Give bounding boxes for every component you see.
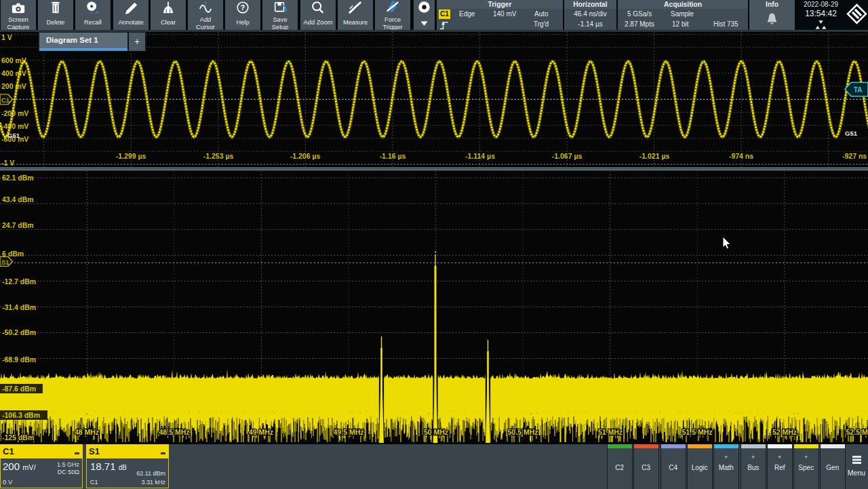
svg-text:-1.16 µs: -1.16 µs xyxy=(380,152,406,160)
svg-text:6 dBm: 6 dBm xyxy=(2,250,24,258)
svg-text:TA: TA xyxy=(854,86,863,94)
svg-text:-1.299 µs: -1.299 µs xyxy=(116,152,146,160)
svg-text:50.5 MHz: 50.5 MHz xyxy=(508,428,538,436)
svg-text:-1.114 µs: -1.114 µs xyxy=(465,152,495,160)
svg-text:G51: G51 xyxy=(7,132,20,139)
svg-text:24.7 dBm: 24.7 dBm xyxy=(2,221,34,229)
svg-text:51.5 MHz: 51.5 MHz xyxy=(682,428,713,436)
svg-text:-87.6 dBm: -87.6 dBm xyxy=(2,385,36,393)
svg-text:50 MHz: 50 MHz xyxy=(424,428,448,436)
svg-text:51 MHz: 51 MHz xyxy=(598,428,623,436)
svg-text:S1: S1 xyxy=(1,258,9,266)
svg-text:-68.9 dBm: -68.9 dBm xyxy=(2,355,36,364)
svg-text:400 mV: 400 mV xyxy=(1,69,26,77)
svg-text:-927 ns: -927 ns xyxy=(842,152,867,160)
svg-text:48.5 MHz: 48.5 MHz xyxy=(159,428,190,436)
svg-text:-400 mV: -400 mV xyxy=(1,122,28,130)
svg-text:200 mV: 200 mV xyxy=(1,82,26,90)
svg-text:43.4 dBm: 43.4 dBm xyxy=(2,195,34,203)
svg-text:-50.2 dBm: -50.2 dBm xyxy=(2,328,36,336)
svg-text:-106.3 dBm: -106.3 dBm xyxy=(2,411,40,419)
svg-text:-1.206 µs: -1.206 µs xyxy=(290,152,321,160)
svg-text:-31.4 dBm: -31.4 dBm xyxy=(2,303,36,311)
svg-text:C1: C1 xyxy=(1,96,9,104)
svg-text:-125 dBm: -125 dBm xyxy=(2,433,34,442)
svg-text:52.5 MHz: 52.5 MHz xyxy=(846,428,868,436)
svg-text:49.5 MHz: 49.5 MHz xyxy=(334,428,364,436)
svg-text:-974 ns: -974 ns xyxy=(729,152,753,160)
svg-text:49 MHz: 49 MHz xyxy=(249,428,273,436)
svg-text:?: ? xyxy=(241,3,245,12)
svg-text:-200 mV: -200 mV xyxy=(1,109,28,117)
svg-text:G51: G51 xyxy=(845,130,858,137)
svg-text:1 V: 1 V xyxy=(1,33,12,41)
svg-text:-12.7 dBm: -12.7 dBm xyxy=(2,277,36,286)
svg-text:52 MHz: 52 MHz xyxy=(772,428,797,436)
svg-text:48 MHz: 48 MHz xyxy=(75,428,99,436)
svg-text:-1.021 µs: -1.021 µs xyxy=(639,152,670,160)
svg-text:-1 V: -1 V xyxy=(1,159,14,167)
svg-text:-1.067 µs: -1.067 µs xyxy=(552,152,583,160)
svg-text:-1.253 µs: -1.253 µs xyxy=(203,152,234,160)
svg-text:62.1 dBm: 62.1 dBm xyxy=(2,174,34,182)
